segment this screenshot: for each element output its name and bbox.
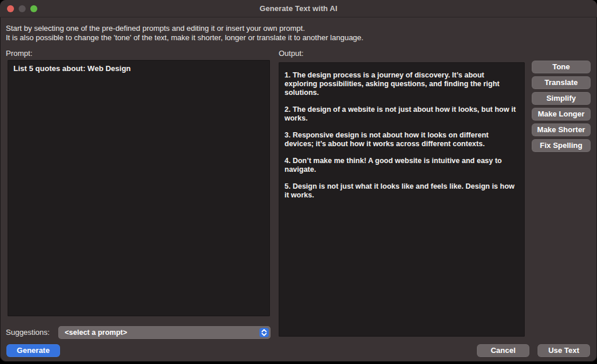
output-paragraph: 2. The design of a website is not just a… — [285, 105, 518, 123]
make-shorter-button[interactable]: Make Shorter — [532, 123, 591, 136]
intro-line-2: It is also possible to change the 'tone'… — [6, 33, 589, 43]
output-paragraph: 4. Don’t make me think! A good website i… — [285, 157, 518, 174]
close-icon[interactable] — [7, 5, 14, 12]
generate-text-dialog: Generate Text with AI Start by selecting… — [0, 0, 597, 362]
up-down-chevrons-icon — [259, 328, 269, 337]
output-paragraph: 1. The design process is a journey of di… — [285, 71, 518, 97]
translate-button[interactable]: Translate — [532, 76, 591, 89]
dialog-content: Start by selecting one of the pre-define… — [0, 18, 597, 362]
intro-line-1: Start by selecting one of the pre-define… — [6, 24, 589, 33]
zoom-icon[interactable] — [30, 5, 37, 12]
suggestions-label: Suggestions: — [6, 328, 50, 337]
suggestions-selected-value: <select a prompt> — [58, 328, 127, 337]
tone-button[interactable]: Tone — [532, 61, 591, 73]
fix-spelling-button[interactable]: Fix Spelling — [532, 139, 591, 152]
output-textarea[interactable]: 1. The design process is a journey of di… — [279, 62, 525, 337]
modifier-buttons: Tone Translate Simplify Make Longer Make… — [532, 61, 591, 152]
prompt-text: List 5 quotes about: Web Design — [13, 64, 264, 73]
cancel-button[interactable]: Cancel — [477, 344, 529, 357]
generate-button[interactable]: Generate — [6, 344, 60, 357]
output-paragraph: 5. Design is not just what it looks like… — [285, 182, 518, 200]
prompt-textarea[interactable]: List 5 quotes about: Web Design — [8, 60, 270, 316]
prompt-label: Prompt: — [6, 49, 33, 58]
make-longer-button[interactable]: Make Longer — [532, 108, 591, 121]
window-title: Generate Text with AI — [259, 4, 338, 13]
suggestions-select[interactable]: <select a prompt> — [58, 326, 271, 339]
title-bar[interactable]: Generate Text with AI — [0, 0, 597, 17]
minimize-icon[interactable] — [19, 5, 26, 12]
output-paragraph: 3. Responsive design is not about how it… — [285, 131, 518, 149]
use-text-button[interactable]: Use Text — [538, 344, 590, 357]
simplify-button[interactable]: Simplify — [532, 92, 591, 105]
traffic-lights — [7, 5, 37, 12]
output-label: Output: — [279, 49, 304, 58]
intro-text: Start by selecting one of the pre-define… — [6, 24, 589, 42]
